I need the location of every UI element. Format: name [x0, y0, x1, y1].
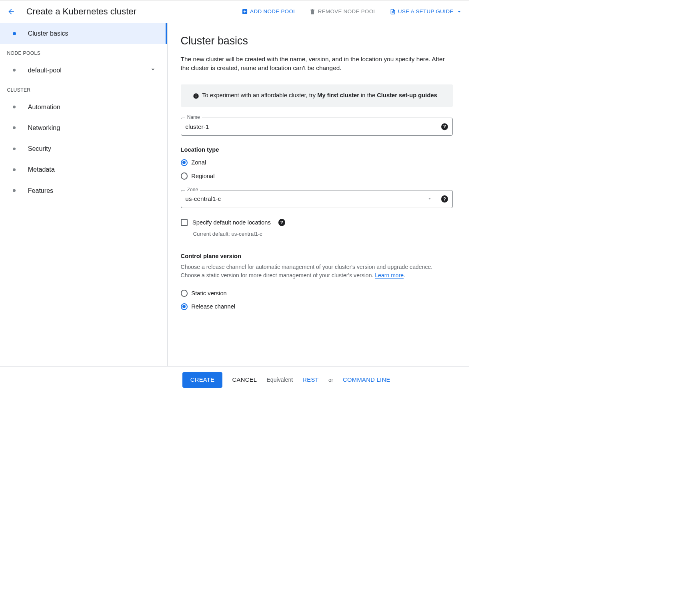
- cancel-button[interactable]: CANCEL: [232, 377, 257, 383]
- radio-icon: [181, 172, 188, 179]
- help-icon: ?: [441, 123, 448, 130]
- sidebar: Cluster basics NODE POOLS default-pool C…: [0, 23, 168, 367]
- info-icon: [193, 93, 199, 99]
- radio-icon: [181, 290, 188, 297]
- page-title: Create a Kubernetes cluster: [26, 6, 136, 17]
- specify-locations-checkbox[interactable]: [181, 219, 188, 226]
- name-label: Name: [185, 114, 202, 120]
- main-heading: Cluster basics: [181, 35, 453, 47]
- add-box-icon: [242, 8, 248, 15]
- specify-locations-help-button[interactable]: ?: [278, 219, 285, 226]
- command-line-link[interactable]: COMMAND LINE: [343, 377, 390, 383]
- sidebar-item-automation[interactable]: Automation: [0, 96, 167, 117]
- top-bar: Create a Kubernetes cluster ADD NODE POO…: [0, 0, 469, 23]
- sidebar-item-label: Networking: [28, 124, 60, 132]
- release-channel-label: Release channel: [191, 303, 235, 310]
- sidebar-item-label: Features: [28, 187, 53, 194]
- rest-link[interactable]: REST: [302, 377, 319, 383]
- sidebar-item-label: Security: [28, 145, 51, 152]
- caret-down-icon: [427, 196, 432, 201]
- main-content: Cluster basics The new cluster will be c…: [168, 23, 469, 367]
- add-node-pool-label: ADD NODE POOL: [250, 8, 296, 14]
- svg-rect-2: [196, 94, 196, 95]
- cp-description: Choose a release channel for automatic m…: [181, 263, 453, 279]
- or-text: or: [328, 377, 333, 383]
- bullet-icon: [13, 32, 16, 35]
- specify-locations-row: Specify default node locations ?: [181, 219, 453, 226]
- zone-field: Zone us-central1-c ?: [181, 190, 453, 208]
- location-zonal-radio[interactable]: Zonal: [181, 157, 453, 168]
- specify-locations-label: Specify default node locations: [192, 219, 271, 226]
- zone-value: us-central1-c: [185, 195, 221, 202]
- learn-more-link[interactable]: Learn more: [375, 272, 404, 279]
- name-input[interactable]: [181, 118, 453, 136]
- svg-rect-1: [196, 96, 196, 98]
- equivalent-label: Equivalent: [266, 377, 293, 383]
- sidebar-item-label: Metadata: [28, 166, 55, 173]
- trash-icon: [309, 8, 316, 15]
- setup-guide-button[interactable]: USE A SETUP GUIDE: [390, 8, 463, 15]
- sidebar-item-label: Automation: [28, 103, 60, 111]
- static-version-radio[interactable]: Static version: [181, 287, 453, 299]
- sidebar-node-pools-header: NODE POOLS: [0, 44, 167, 60]
- radio-icon: [181, 159, 188, 166]
- caret-down-icon: [456, 8, 462, 15]
- release-channel-radio[interactable]: Release channel: [181, 301, 453, 313]
- sidebar-item-features[interactable]: Features: [0, 180, 167, 201]
- cp-heading: Control plane version: [181, 253, 453, 259]
- footer-bar: CREATE CANCEL Equivalent REST or COMMAND…: [0, 366, 469, 393]
- remove-node-pool-label: REMOVE NODE POOL: [318, 8, 377, 14]
- bullet-icon: [13, 126, 16, 129]
- sidebar-item-label: Cluster basics: [28, 30, 68, 37]
- zone-label: Zone: [185, 187, 200, 192]
- bullet-icon: [13, 189, 16, 192]
- sidebar-item-label: default-pool: [28, 66, 62, 74]
- sidebar-item-metadata[interactable]: Metadata: [0, 159, 167, 180]
- sidebar-item-default-pool[interactable]: default-pool: [0, 60, 167, 80]
- expand-toggle[interactable]: [149, 66, 157, 75]
- regional-label: Regional: [191, 173, 214, 179]
- banner-bold-2: Cluster set-up guides: [377, 92, 437, 98]
- create-button[interactable]: CREATE: [182, 372, 223, 388]
- back-button[interactable]: [5, 5, 18, 18]
- control-plane-section: Control plane version Choose a release c…: [181, 253, 453, 313]
- chevron-down-icon: [149, 66, 157, 73]
- zonal-label: Zonal: [191, 159, 206, 166]
- location-type-label: Location type: [181, 146, 453, 153]
- remove-node-pool-button[interactable]: REMOVE NODE POOL: [309, 8, 376, 15]
- radio-icon: [181, 303, 188, 310]
- location-regional-radio[interactable]: Regional: [181, 170, 453, 182]
- setup-guide-label: USE A SETUP GUIDE: [398, 8, 454, 14]
- top-actions: ADD NODE POOL REMOVE NODE POOL USE A SET…: [242, 8, 463, 15]
- add-node-pool-button[interactable]: ADD NODE POOL: [242, 8, 296, 15]
- bullet-icon: [13, 168, 16, 171]
- current-default-text: Current default: us-central1-c: [193, 231, 453, 237]
- bullet-icon: [13, 147, 16, 150]
- sidebar-item-networking[interactable]: Networking: [0, 117, 167, 138]
- name-help-button[interactable]: ?: [441, 123, 448, 130]
- body: Cluster basics NODE POOLS default-pool C…: [0, 23, 469, 367]
- help-icon: ?: [278, 219, 285, 226]
- arrow-left-icon: [7, 8, 15, 16]
- sidebar-cluster-header: CLUSTER: [0, 81, 167, 96]
- name-field: Name ?: [181, 118, 453, 136]
- info-banner: To experiment with an affordable cluster…: [181, 84, 453, 107]
- banner-text-mid: in the: [359, 92, 377, 98]
- intro-text: The new cluster will be created with the…: [181, 55, 453, 73]
- zone-help-button[interactable]: ?: [441, 196, 448, 202]
- bullet-icon: [13, 106, 16, 108]
- bullet-icon: [13, 69, 16, 72]
- description-icon: [390, 8, 396, 15]
- sidebar-item-security[interactable]: Security: [0, 138, 167, 159]
- zone-select[interactable]: us-central1-c: [181, 190, 453, 208]
- help-icon: ?: [441, 196, 448, 202]
- static-version-label: Static version: [191, 290, 226, 297]
- sidebar-item-cluster-basics[interactable]: Cluster basics: [0, 23, 167, 44]
- banner-text-prefix: To experiment with an affordable cluster…: [202, 92, 317, 98]
- banner-bold-1: My first cluster: [317, 92, 359, 98]
